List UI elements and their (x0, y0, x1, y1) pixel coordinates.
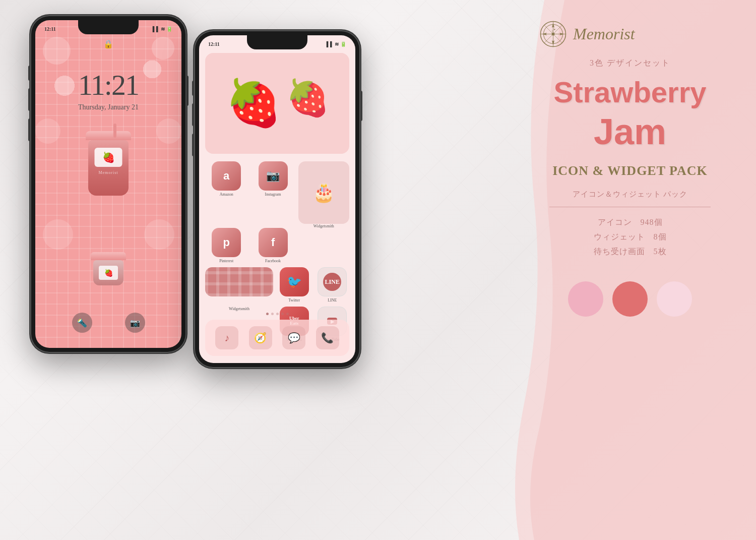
dot-1 (266, 313, 269, 315)
color-circle-2 (612, 281, 648, 317)
cup-widget: 🍓 Memorist (76, 131, 141, 222)
brand-area: ☽ ★ Memorist 3色 デザインセット Strawberry Jam I… (494, 0, 756, 540)
lock-symbol: 🔒 (103, 39, 113, 49)
phone-left-frame: 12:11 ▌▌ ≋ 🔋 🔒 11:21 Thursday, January 2… (30, 15, 186, 353)
title-jam: Jam (594, 111, 666, 152)
strawberry-2: 🍓 (286, 81, 330, 116)
lock-date: Thursday, January 21 (35, 103, 181, 111)
lock-bottom-icons: 🔦 📷 (35, 313, 181, 333)
pinterest-icon: p (212, 228, 241, 257)
facebook-icon: f (259, 228, 288, 257)
brand-logo: ☽ ★ Memorist (539, 20, 635, 48)
pattern-widget-icon (205, 267, 273, 296)
subtitle-jp2: アイコン＆ウィジェット パック (573, 190, 688, 199)
dock-music[interactable]: ♪ (215, 326, 238, 349)
app-row-1: a Amazon 📷 Instagram (205, 161, 349, 224)
stat-icons: アイコン 948個 (594, 217, 667, 228)
home-screen: 12:11 ▌▌ ≋ 🔋 🍓 🍓 Widgetsmith (199, 35, 355, 363)
app-row-3: 🐦 Twitter LINE LINE (205, 267, 349, 303)
color-circle-1 (568, 281, 603, 317)
camera-icon: 📷 (125, 313, 145, 333)
app-widgetsmith-cake[interactable]: 🎂 (298, 161, 349, 224)
dot-4 (281, 313, 284, 315)
subtitle-japanese: 3色 デザインセット (590, 58, 670, 69)
compass-icon: ☽ ★ (539, 20, 567, 48)
dot-2 (271, 313, 274, 315)
dot-3 (276, 313, 279, 315)
color-palette (568, 281, 692, 317)
instagram-label: Instagram (265, 192, 281, 197)
stat-widgets: ウィジェット 8個 (594, 232, 667, 243)
app-twitter[interactable]: 🐦 Twitter (277, 267, 311, 303)
app-dock: ♪ 🧭 💬 📞 (205, 320, 349, 356)
lock-screen: 12:11 ▌▌ ≋ 🔋 🔒 11:21 Thursday, January 2… (35, 20, 181, 348)
icon-widget-title: Icon & Widget Pack (552, 162, 708, 179)
svg-point-10 (552, 33, 555, 36)
dock-compass[interactable]: 🧭 (249, 326, 272, 349)
svg-text:★: ★ (553, 28, 556, 31)
instagram-icon: 📷 (259, 161, 288, 191)
svg-text:☽: ☽ (550, 30, 553, 33)
left-notch (78, 20, 139, 34)
app-row-2: p Pinterest f Facebook Widgetsmith (205, 228, 349, 263)
dock-messages[interactable]: 💬 (282, 326, 305, 349)
stats-area: アイコン 948個 ウィジェット 8個 待ち受け画面 5枚 (594, 217, 667, 261)
phone-right-screen: 12:11 ▌▌ ≋ 🔋 🍓 🍓 Widgetsmith (199, 35, 355, 363)
line-label: LINE (328, 298, 337, 303)
dock-phone[interactable]: 📞 (316, 326, 339, 349)
app-widgetsmith-pattern[interactable] (205, 267, 273, 303)
app-amazon[interactable]: a Amazon (205, 161, 247, 224)
phone-right: 12:11 ▌▌ ≋ 🔋 🍓 🍓 Widgetsmith (194, 30, 360, 368)
app-facebook[interactable]: f Facebook (251, 228, 294, 263)
app-grid: a Amazon 📷 Instagram (205, 161, 349, 346)
amazon-icon: a (212, 161, 241, 191)
widgetsmith-pattern-label: Widgetsmith (229, 307, 249, 311)
phone-left: 12:11 ▌▌ ≋ 🔋 🔒 11:21 Thursday, January 2… (30, 15, 186, 353)
phone-right-frame: 12:11 ▌▌ ≋ 🔋 🍓 🍓 Widgetsmith (194, 30, 360, 368)
strawberry-1: 🍓 (225, 81, 282, 126)
app-pinterest[interactable]: p Pinterest (205, 228, 247, 263)
facebook-label: Facebook (265, 259, 281, 263)
stat-wallpapers: 待ち受け画面 5枚 (594, 247, 667, 257)
lock-status-icons: ▌▌ ≋ 🔋 (153, 26, 172, 32)
right-notch (247, 35, 307, 49)
strawberry-widget: 🍓 🍓 Widgetsmith (205, 53, 349, 154)
pinterest-label: Pinterest (219, 259, 233, 263)
line-circle: LINE (323, 273, 341, 291)
color-circle-3 (657, 281, 692, 317)
twitter-icon: 🐦 (280, 267, 309, 296)
brand-content: ☽ ★ Memorist 3色 デザインセット Strawberry Jam I… (524, 20, 736, 317)
divider (549, 207, 711, 207)
lock-time: 11:21 (35, 68, 181, 102)
bottom-cup: 🍓 (88, 252, 129, 287)
twitter-label: Twitter (288, 298, 300, 303)
line-icon: LINE (318, 267, 347, 296)
widgetsmith-cake-label: Widgetsmith (313, 224, 334, 228)
page-dots (199, 313, 355, 315)
widgetsmith-cake-icon: 🎂 (298, 161, 349, 224)
app-instagram[interactable]: 📷 Instagram (251, 161, 294, 224)
lock-status-time: 12:11 (44, 26, 56, 32)
home-status-time: 12:11 (208, 41, 220, 47)
widgetsmith-label-holder: Widgetsmith (298, 228, 349, 263)
phone-left-screen: 12:11 ▌▌ ≋ 🔋 🔒 11:21 Thursday, January 2… (35, 20, 181, 348)
amazon-label: Amazon (220, 192, 233, 197)
flashlight-icon: 🔦 (72, 313, 92, 333)
title-strawberry: Strawberry (553, 76, 706, 108)
brand-name-text: Memorist (573, 25, 635, 43)
app-line[interactable]: LINE LINE (316, 267, 350, 303)
dot-5 (286, 313, 289, 315)
home-status-icons: ▌▌ ≋ 🔋 (327, 41, 346, 47)
